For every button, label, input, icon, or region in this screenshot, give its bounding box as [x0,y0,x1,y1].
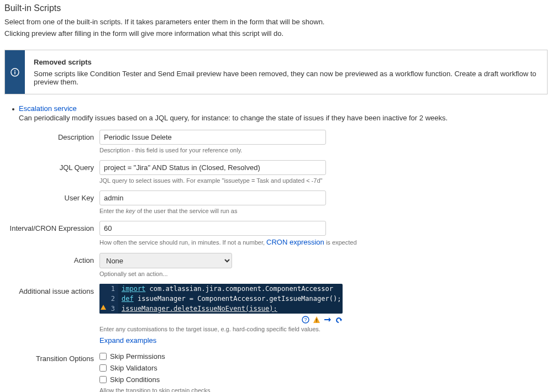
skip-permissions-checkbox[interactable] [99,353,107,360]
action-select[interactable]: None [99,253,232,268]
cron-expression-link[interactable]: CRON expression [266,238,324,246]
warning-icon [101,305,106,310]
action-help: Optionally set an action... [99,271,548,277]
intro-line-1: Select from one of the built-in scripts.… [4,18,548,26]
svg-marker-9 [329,317,331,322]
svg-rect-7 [316,321,317,322]
svg-marker-10 [340,319,342,321]
code-gutter-2: 2 [99,294,118,304]
skip-permissions-label: Skip Permissions [110,352,165,361]
userkey-input[interactable] [99,190,326,205]
description-help: Description - this field is used for you… [99,147,548,153]
skip-permissions-option[interactable]: Skip Permissions [99,352,548,361]
additional-actions-label: Additional issue actions [4,284,99,296]
page-title: Built-in Scripts [4,3,548,13]
svg-text:?: ? [304,317,307,322]
banner-title: Removed scripts [34,58,538,66]
interval-input[interactable] [99,221,326,236]
description-input[interactable] [99,130,326,145]
code-gutter-3: 3 [99,304,118,314]
escalation-service-desc: Can periodically modify issues based on … [19,114,548,122]
transition-options-label: Transition Options [4,351,99,364]
userkey-help: Enter the key of the user that the servi… [99,208,548,214]
interval-label: Interval/CRON Expression [4,221,99,234]
skip-validators-checkbox[interactable] [99,364,107,372]
bullet-icon [12,108,14,110]
transition-help: Allow the transition to skip certain che… [99,387,548,392]
skip-conditions-checkbox[interactable] [99,376,107,383]
expand-examples-link[interactable]: Expand examples [99,336,156,345]
interval-help: How often the service should run, in min… [99,238,548,246]
svg-rect-1 [14,71,15,74]
jql-label: JQL Query [4,160,99,173]
jql-help: JQL query to select issues with. For exa… [99,177,548,184]
svg-rect-6 [316,319,317,321]
jql-input[interactable] [99,160,326,175]
skip-validators-label: Skip Validators [110,364,157,372]
additional-actions-code-editor[interactable]: 1 import com.atlassian.jira.component.Co… [99,284,343,314]
removed-scripts-banner: Removed scripts Some scripts like Condit… [4,50,548,94]
action-label: Action [4,253,99,266]
additional-actions-help: Enter any customisations to the target i… [99,326,548,332]
skip-conditions-label: Skip Conditions [110,375,160,384]
code-gutter-1: 1 [99,284,118,294]
svg-rect-2 [14,70,15,71]
info-icon [5,50,25,94]
description-label: Description [4,130,99,142]
intro-line-2: Clicking preview after filling in the fo… [4,29,548,38]
userkey-label: User Key [4,190,99,203]
skip-conditions-option[interactable]: Skip Conditions [99,375,548,384]
help-icon[interactable]: ? [302,316,309,324]
run-arrow-icon[interactable] [324,316,332,324]
undo-icon[interactable] [335,316,343,324]
banner-message: Some scripts like Condition Tester and S… [34,70,538,86]
skip-validators-option[interactable]: Skip Validators [99,364,548,372]
warning-triangle-icon[interactable] [313,316,320,324]
escalation-service-link[interactable]: Escalation service [19,104,77,113]
